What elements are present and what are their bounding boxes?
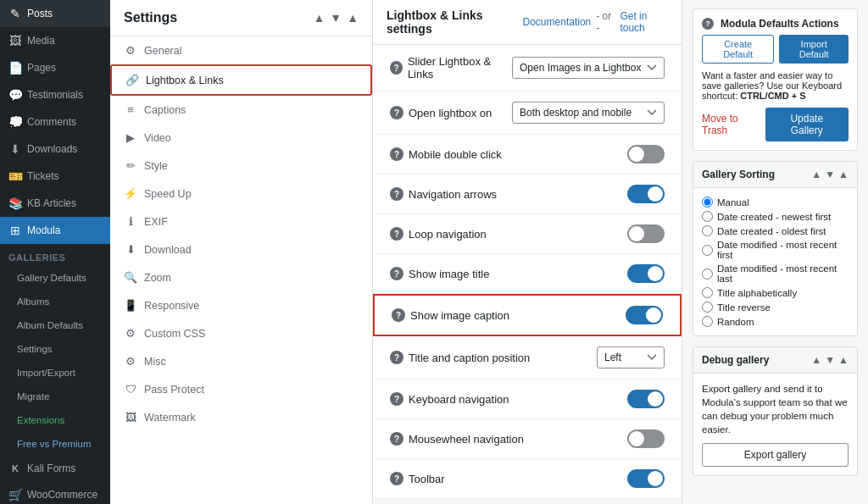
general-icon: ⚙ — [124, 44, 137, 57]
nav-item-misc[interactable]: ⚙ Misc — [110, 347, 372, 375]
sort-random[interactable]: Random — [702, 316, 849, 327]
modula-defaults-help[interactable]: ? — [702, 18, 714, 30]
speed-icon: ⚡ — [124, 187, 137, 200]
help-badge-position[interactable]: ? — [390, 351, 403, 364]
help-badge-mousewheel[interactable]: ? — [390, 432, 403, 446]
sidebar-item-album-defaults[interactable]: Album Defaults — [0, 313, 110, 337]
sidebar-item-free-vs-premium[interactable]: Free vs Premium — [0, 432, 110, 456]
nav-item-zoom[interactable]: 🔍 Zoom — [110, 263, 372, 291]
sort-date-oldest[interactable]: Date created - oldest first — [702, 225, 849, 236]
setting-row-mousewheel: ? Mousewheel navigation — [373, 419, 682, 459]
sidebar-item-woocommerce[interactable]: 🛒 WooCommerce — [0, 481, 110, 504]
sidebar-item-albums[interactable]: Albums — [0, 290, 110, 313]
sidebar-item-comments[interactable]: 💭 Comments — [0, 108, 110, 136]
sort-alpha[interactable]: Title alphabetically — [702, 287, 849, 298]
create-default-button[interactable]: Create Default — [702, 35, 774, 64]
help-badge-title[interactable]: ? — [390, 267, 403, 280]
content-header-title: Lightbox & Links settings — [387, 8, 523, 36]
import-default-button[interactable]: Import Default — [779, 35, 849, 64]
get-in-touch-link[interactable]: Get in touch — [620, 10, 668, 34]
navigation-arrows-toggle[interactable] — [627, 185, 665, 203]
position-select[interactable]: Left Center Right — [597, 346, 665, 368]
slider-lightbox-select[interactable]: Open Images in a Lightbox Open Images in… — [512, 57, 665, 79]
sidebar-item-import-export[interactable]: Import/Export — [0, 361, 110, 385]
nav-item-pass-protect[interactable]: 🛡 Pass Protect — [110, 375, 372, 403]
open-lightbox-select[interactable]: Both desktop and mobile Desktop only Mob… — [512, 102, 665, 124]
nav-item-custom-css[interactable]: ⚙ Custom CSS — [110, 319, 372, 347]
sort-collapse-icon[interactable]: ▲ — [838, 169, 849, 180]
update-gallery-button[interactable]: Update Gallery — [765, 108, 849, 141]
debug-down-icon[interactable]: ▼ — [825, 354, 835, 366]
sort-up-icon[interactable]: ▲ — [811, 169, 821, 180]
sort-down-icon[interactable]: ▼ — [825, 169, 835, 180]
help-badge-toolbar[interactable]: ? — [390, 472, 403, 485]
help-badge-loop[interactable]: ? — [390, 227, 403, 241]
sort-date-newest[interactable]: Date created - newest first — [702, 211, 849, 222]
setting-row-toolbar: ? Toolbar — [373, 459, 682, 499]
lightbox-icon: 🔗 — [125, 74, 139, 86]
keyboard-label: Keyboard navigation — [409, 393, 509, 406]
sort-modified-last[interactable]: Date modified - most recent last — [702, 263, 849, 284]
sidebar-item-media[interactable]: 🖼 Media — [0, 27, 110, 54]
sidebar-item-tickets[interactable]: 🎫 Tickets — [0, 163, 110, 190]
nav-item-captions[interactable]: ≡ Captions — [110, 96, 372, 124]
sort-manual[interactable]: Manual — [702, 197, 849, 208]
nav-item-style[interactable]: ✏ Style — [110, 152, 372, 180]
export-gallery-button[interactable]: Export gallery — [702, 443, 849, 467]
setting-row-loop-navigation: ? Loop navigation — [373, 214, 682, 254]
help-badge-keyboard[interactable]: ? — [390, 392, 403, 406]
mobile-double-click-label: Mobile double click — [409, 148, 502, 161]
sidebar-item-testimonials[interactable]: 💬 Testimonials — [0, 81, 110, 108]
debug-gallery-actions: ▲ ▼ ▲ — [811, 354, 849, 366]
sidebar-item-pages[interactable]: 📄 Pages — [0, 54, 110, 81]
show-caption-toggle[interactable] — [626, 306, 663, 324]
sidebar-item-gallery-defaults[interactable]: Gallery Defaults — [0, 266, 110, 290]
sort-modified-recent[interactable]: Date modified - most recent first — [702, 240, 849, 260]
nav-item-responsive[interactable]: 📱 Responsive — [110, 291, 372, 319]
setting-row-position: ? Title and caption position Left Center… — [373, 336, 682, 379]
debug-up-icon[interactable]: ▲ — [811, 354, 821, 366]
keyboard-toggle[interactable] — [627, 390, 665, 408]
nav-item-lightbox-links[interactable]: 🔗 Lightbox & Links — [110, 64, 372, 96]
sort-alpha-rev[interactable]: Title reverse — [702, 302, 849, 313]
sidebar-item-downloads[interactable]: ⬇ Downloads — [0, 136, 110, 163]
sidebar-item-migrate[interactable]: Migrate — [0, 385, 110, 408]
gallery-sorting-body: Manual Date created - newest first Date … — [693, 188, 857, 335]
mousewheel-label: Mousewheel navigation — [409, 433, 524, 446]
pages-icon: 📄 — [8, 61, 22, 75]
documentation-link[interactable]: Documentation — [523, 16, 592, 28]
help-badge-caption[interactable]: ? — [392, 308, 405, 322]
mobile-double-click-toggle[interactable] — [627, 145, 665, 163]
help-badge-slider[interactable]: ? — [390, 61, 403, 75]
help-badge-mobile[interactable]: ? — [390, 147, 403, 161]
help-badge-nav-arrows[interactable]: ? — [390, 187, 403, 201]
sidebar-item-modula[interactable]: ⊞ Modula — [0, 217, 110, 244]
nav-item-watermark[interactable]: 🖼 Watermark — [110, 403, 372, 431]
nav-item-speed-up[interactable]: ⚡ Speed Up — [110, 180, 372, 208]
toolbar-toggle[interactable] — [627, 469, 665, 488]
chevron-up-icon[interactable]: ▲ — [313, 11, 325, 25]
sidebar-item-kali-forms[interactable]: K Kali Forms — [0, 456, 110, 481]
testimonials-icon: 💬 — [8, 88, 22, 102]
collapse-icon[interactable]: ▲ — [347, 11, 359, 25]
nav-item-general[interactable]: ⚙ General — [110, 36, 372, 64]
comments-icon: 💭 — [8, 115, 22, 129]
settings-header-actions: ▲ ▼ ▲ — [313, 11, 359, 25]
loop-navigation-toggle[interactable] — [627, 224, 665, 243]
sidebar-item-settings[interactable]: Settings — [0, 337, 110, 361]
nav-item-exif[interactable]: ℹ EXIF — [110, 208, 372, 235]
downloads-icon: ⬇ — [8, 142, 22, 156]
chevron-down-icon[interactable]: ▼ — [330, 11, 342, 25]
gallery-sorting-actions: ▲ ▼ ▲ — [811, 169, 849, 180]
help-badge-open-lightbox[interactable]: ? — [390, 106, 403, 119]
show-title-toggle[interactable] — [627, 264, 665, 283]
nav-item-download[interactable]: ⬇ Download — [110, 235, 372, 263]
sidebar-item-extensions[interactable]: Extensions — [0, 408, 110, 432]
nav-item-video[interactable]: ▶ Video — [110, 124, 372, 152]
mousewheel-toggle[interactable] — [627, 429, 665, 448]
kali-icon: K — [8, 463, 22, 474]
debug-collapse-icon[interactable]: ▲ — [838, 354, 849, 366]
sidebar-item-kb-articles[interactable]: 📚 KB Articles — [0, 190, 110, 217]
sidebar-item-posts[interactable]: ✎ Posts — [0, 0, 110, 27]
move-to-trash-link[interactable]: Move to Trash — [702, 113, 765, 136]
